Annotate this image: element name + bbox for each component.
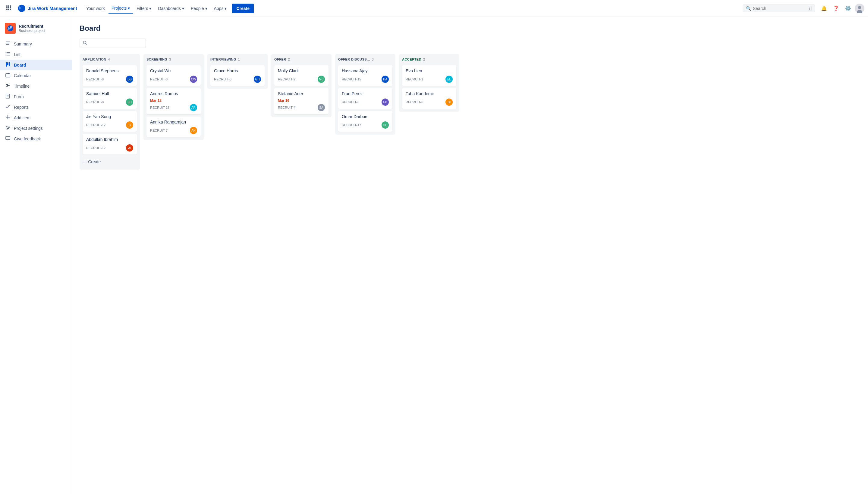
help-button[interactable]: ❓ bbox=[831, 3, 842, 14]
svg-rect-17 bbox=[7, 52, 10, 53]
avatar: AI bbox=[126, 144, 133, 152]
card-jie-yan-song[interactable]: Jie Yan Song RECRUIT-12 JY bbox=[82, 111, 137, 132]
column-title-offer: OFFER bbox=[274, 58, 286, 61]
column-application: APPLICATION 4 Donald Stephens RECRUIT-8 … bbox=[79, 54, 140, 170]
search-input[interactable] bbox=[753, 6, 806, 11]
card-hassana-ajayi[interactable]: Hassana Ajayi RECRUIT-15 HA bbox=[338, 65, 392, 86]
logo-text: Jira Work Management bbox=[28, 6, 77, 11]
svg-rect-21 bbox=[7, 55, 10, 55]
search-box[interactable]: 🔍 / bbox=[743, 4, 815, 12]
sidebar-label-list: List bbox=[14, 52, 20, 57]
board-search-box[interactable] bbox=[79, 39, 146, 48]
svg-rect-26 bbox=[7, 73, 7, 74]
card-molly-clark[interactable]: Molly Clark RECRUIT-2 MC bbox=[274, 65, 329, 86]
card-crystal-wu[interactable]: Crystal Wu RECRUIT-6 CW bbox=[146, 65, 201, 86]
svg-rect-8 bbox=[10, 9, 11, 10]
board-search-icon bbox=[83, 41, 87, 46]
board-icon bbox=[5, 62, 11, 68]
calendar-icon bbox=[5, 73, 11, 78]
sidebar-item-add-item[interactable]: Add item bbox=[0, 112, 72, 123]
create-card-button[interactable]: + Create bbox=[82, 157, 137, 167]
column-count-interviewing: 1 bbox=[238, 58, 240, 61]
project-settings-icon bbox=[5, 125, 11, 131]
column-title-accepted: ACCEPTED bbox=[402, 58, 421, 61]
search-icon: 🔍 bbox=[746, 6, 751, 11]
card-andres-ramos[interactable]: Andres Ramos Mar 12 RECRUIT-18 AR bbox=[146, 88, 201, 114]
card-omar-darboe[interactable]: Omar Darboe RECRUIT-17 OD bbox=[338, 111, 392, 132]
column-title-screening: SCREENING bbox=[146, 58, 167, 61]
board-columns: APPLICATION 4 Donald Stephens RECRUIT-8 … bbox=[79, 54, 861, 170]
svg-rect-3 bbox=[6, 7, 7, 8]
board-search-input[interactable] bbox=[89, 41, 143, 46]
svg-point-38 bbox=[7, 127, 9, 129]
sidebar-item-timeline[interactable]: Timeline bbox=[0, 81, 72, 91]
project-icon bbox=[5, 23, 16, 34]
project-header: Recruitment Business project bbox=[0, 20, 72, 39]
notifications-button[interactable]: 🔔 bbox=[818, 3, 829, 14]
svg-rect-4 bbox=[8, 7, 10, 8]
card-grace-harris[interactable]: Grace Harris RECRUIT-3 GH bbox=[210, 65, 265, 86]
chevron-down-icon: ▾ bbox=[205, 6, 207, 11]
svg-rect-29 bbox=[6, 84, 8, 84]
card-samuel-hall[interactable]: Samuel Hall RECRUIT-8 SH bbox=[82, 88, 137, 109]
sidebar-item-reports[interactable]: Reports bbox=[0, 102, 72, 112]
card-taha-kandemir[interactable]: Taha Kandemir RECRUIT-6 TK bbox=[402, 88, 456, 109]
sidebar-label-calendar: Calendar bbox=[14, 73, 31, 78]
nav-your-work[interactable]: Your work bbox=[83, 4, 108, 13]
column-title-application: APPLICATION bbox=[82, 58, 106, 61]
svg-rect-31 bbox=[6, 87, 8, 87]
nav-apps[interactable]: Apps ▾ bbox=[211, 4, 230, 13]
app-logo[interactable]: Jira Work Management bbox=[15, 3, 79, 14]
top-navigation: Jira Work Management Your work Projects … bbox=[0, 0, 868, 17]
sidebar-label-give-feedback: Give feedback bbox=[14, 136, 41, 141]
column-title-offer-discuss: OFFER DISCUSS... bbox=[338, 58, 370, 61]
avatar: SH bbox=[126, 98, 133, 106]
avatar: AR bbox=[190, 104, 197, 111]
nav-filters[interactable]: Filters ▾ bbox=[133, 4, 154, 13]
settings-button[interactable]: ⚙️ bbox=[843, 3, 853, 14]
sidebar-item-give-feedback[interactable]: Give feedback bbox=[0, 133, 72, 144]
user-avatar[interactable] bbox=[855, 4, 864, 13]
chevron-down-icon: ▾ bbox=[128, 6, 130, 11]
add-item-icon bbox=[5, 115, 11, 120]
reports-icon bbox=[5, 104, 11, 110]
svg-rect-6 bbox=[6, 9, 7, 10]
column-offer: OFFER 2 Molly Clark RECRUIT-2 MC Stefani… bbox=[271, 54, 332, 117]
card-abdullah-ibrahim[interactable]: Abdullah Ibrahim RECRUIT-12 AI bbox=[82, 134, 137, 154]
app-layout: Recruitment Business project Summary Lis… bbox=[0, 17, 868, 494]
sidebar-item-board[interactable]: Board bbox=[0, 60, 72, 70]
svg-rect-19 bbox=[7, 54, 10, 54]
create-button[interactable]: Create bbox=[232, 4, 254, 13]
search-shortcut-badge: / bbox=[808, 6, 812, 11]
card-annika-rangarajan[interactable]: Annika Rangarajan RECRUIT-7 AN bbox=[146, 117, 201, 137]
card-donald-stephens[interactable]: Donald Stephens RECRUIT-8 DS bbox=[82, 65, 137, 86]
nav-people[interactable]: People ▾ bbox=[188, 4, 210, 13]
svg-rect-24 bbox=[9, 62, 10, 66]
svg-rect-25 bbox=[6, 74, 10, 77]
card-eva-lien[interactable]: Eva Lien RECRUIT-1 EL bbox=[402, 65, 456, 86]
column-interviewing: INTERVIEWING 1 Grace Harris RECRUIT-3 GH bbox=[207, 54, 267, 89]
column-count-offer: 2 bbox=[288, 58, 290, 61]
nav-icons: 🔔 ❓ ⚙️ bbox=[818, 3, 864, 14]
card-fran-perez[interactable]: Fran Perez RECRUIT-6 FP bbox=[338, 88, 392, 109]
sidebar-item-form[interactable]: Form bbox=[0, 91, 72, 102]
sidebar-item-summary[interactable]: Summary bbox=[0, 39, 72, 49]
svg-rect-7 bbox=[8, 9, 10, 10]
sidebar-item-calendar[interactable]: Calendar bbox=[0, 70, 72, 81]
svg-point-20 bbox=[6, 55, 7, 56]
svg-rect-15 bbox=[6, 44, 10, 44]
nav-projects[interactable]: Projects ▾ bbox=[109, 3, 133, 14]
chevron-down-icon: ▾ bbox=[182, 6, 184, 11]
svg-rect-28 bbox=[6, 75, 10, 75]
sidebar-item-project-settings[interactable]: Project settings bbox=[0, 123, 72, 133]
sidebar-label-form: Form bbox=[14, 94, 24, 99]
svg-rect-27 bbox=[8, 73, 9, 74]
sidebar-item-list[interactable]: List bbox=[0, 49, 72, 60]
svg-rect-23 bbox=[7, 62, 8, 65]
avatar: SA bbox=[318, 104, 325, 111]
grid-icon[interactable] bbox=[4, 3, 14, 14]
column-count-accepted: 2 bbox=[423, 58, 425, 61]
svg-rect-14 bbox=[6, 43, 9, 43]
nav-dashboards[interactable]: Dashboards ▾ bbox=[155, 4, 187, 13]
card-stefanie-auer[interactable]: Stefanie Auer Mar 16 RECRUIT-4 SA bbox=[274, 88, 329, 114]
